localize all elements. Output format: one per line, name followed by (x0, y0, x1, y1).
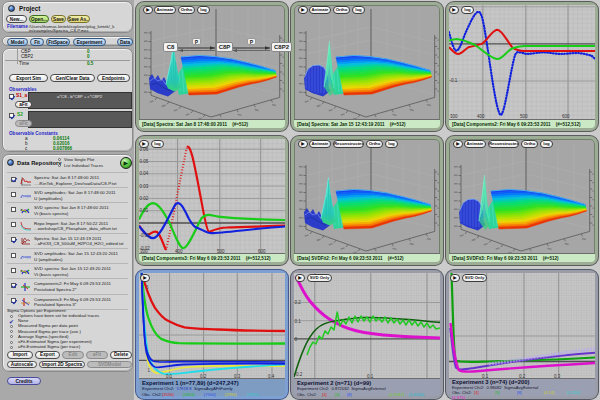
svg-text:0.05: 0.05 (140, 159, 149, 164)
svg-text:0.2: 0.2 (295, 300, 302, 305)
svg-text:0.01: 0.01 (140, 208, 149, 213)
svg-text:-0.2: -0.2 (295, 372, 303, 377)
svg-text:0.1: 0.1 (295, 319, 302, 324)
svg-text:0.03: 0.03 (140, 184, 149, 189)
svg-text:-0.1: -0.1 (450, 78, 458, 83)
svg-text:0.02: 0.02 (140, 196, 149, 201)
svg-text:0.04: 0.04 (140, 171, 149, 176)
svg-text:-0.01: -0.01 (140, 233, 151, 238)
